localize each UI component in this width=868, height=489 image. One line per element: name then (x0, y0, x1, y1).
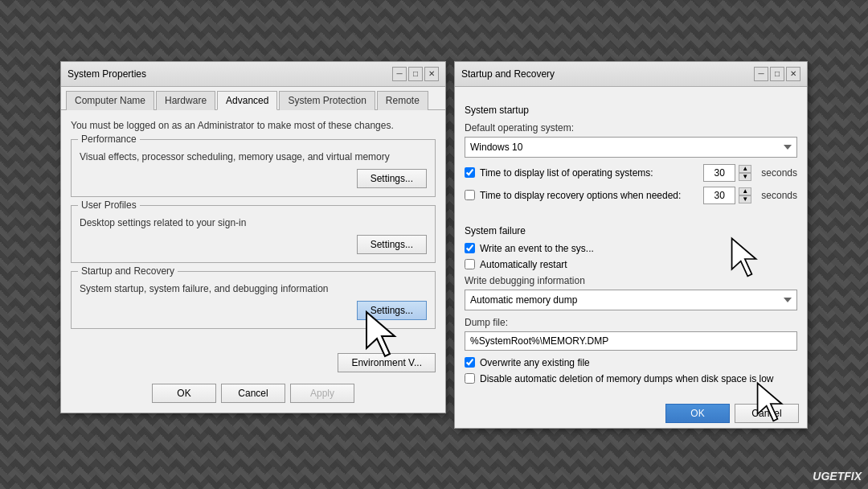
display-recovery-label: Time to display recovery options when ne… (465, 190, 697, 201)
startup-recovery-settings-row: Settings... (80, 301, 427, 320)
user-profiles-settings-button[interactable]: Settings... (357, 235, 427, 254)
minimize-button[interactable]: ─ (392, 67, 407, 81)
sr-ok-button[interactable]: OK (665, 404, 730, 423)
dump-file-label: Dump file: (465, 317, 797, 328)
startup-recovery-titlebar-controls: ─ □ ✕ (754, 67, 800, 81)
debugging-info-row: Automatic memory dump (465, 290, 797, 310)
overwrite-label: Overwrite any existing file (480, 357, 590, 368)
apply-button[interactable]: Apply (290, 384, 354, 403)
user-profiles-title: User Profiles (78, 199, 140, 211)
disable-auto-delete-label: Disable automatic deletion of memory dum… (480, 373, 774, 384)
display-list-label: Time to display list of operating system… (465, 167, 697, 179)
write-event-container: Write an event to the sys... (465, 243, 797, 254)
display-list-up[interactable]: ▲ (739, 165, 751, 173)
bottom-cursor-icon (751, 380, 799, 428)
env-vars-row: Environment V... (61, 347, 445, 376)
default-os-row: Windows 10 (465, 137, 797, 158)
tab-advanced[interactable]: Advanced (217, 91, 277, 110)
system-properties-title: System Properties (68, 68, 146, 80)
display-recovery-checkbox[interactable] (465, 190, 475, 200)
performance-group: Performance Visual effects, processor sc… (71, 139, 436, 197)
svg-marker-2 (758, 383, 782, 421)
user-profiles-desc: Desktop settings related to your sign-in (80, 217, 427, 228)
dump-file-input[interactable]: %SystemRoot%\MEMORY.DMP (465, 331, 797, 351)
display-recovery-row: Time to display recovery options when ne… (465, 187, 797, 204)
watermark: UGETFIX (813, 470, 862, 483)
display-list-spinner-btns: ▲ ▼ (739, 165, 751, 181)
write-event-label: Write an event to the sys... (480, 243, 594, 254)
titlebar-controls: ─ □ ✕ (392, 67, 439, 81)
display-recovery-spinner-btns: ▲ ▼ (739, 187, 751, 203)
svg-marker-1 (732, 238, 756, 276)
display-recovery-value[interactable] (703, 187, 735, 204)
display-list-checkbox[interactable] (465, 167, 475, 178)
disable-auto-delete-checkbox[interactable] (465, 373, 475, 384)
system-properties-content: You must be logged on as an Administrato… (61, 110, 445, 347)
overwrite-row: Overwrite any existing file (465, 357, 797, 368)
default-os-select[interactable]: Windows 10 (465, 137, 797, 158)
startup-recovery-dialog-title: Startup and Recovery (461, 68, 555, 80)
display-list-suffix: seconds (761, 167, 797, 179)
startup-recovery-titlebar: Startup and Recovery ─ □ ✕ (455, 62, 807, 87)
display-recovery-spinner: ▲ ▼ (703, 187, 751, 204)
startup-recovery-settings-button[interactable]: Settings... (357, 301, 427, 320)
startup-recovery-group: Startup and Recovery System startup, sys… (71, 271, 436, 329)
display-list-down[interactable]: ▼ (739, 173, 751, 181)
tab-hardware[interactable]: Hardware (156, 91, 215, 110)
maximize-button[interactable]: □ (408, 67, 423, 81)
startup-recovery-content: System startup Default operating system:… (455, 87, 807, 399)
disable-auto-delete-row: Disable automatic deletion of memory dum… (465, 373, 797, 384)
auto-restart-checkbox[interactable] (465, 259, 475, 269)
tab-remote[interactable]: Remote (377, 91, 428, 110)
sr-close-button[interactable]: ✕ (786, 67, 800, 81)
display-recovery-down[interactable]: ▼ (739, 195, 751, 203)
tab-system-protection[interactable]: System Protection (279, 91, 375, 110)
display-list-value[interactable] (703, 164, 735, 182)
startup-recovery-title: Startup and Recovery (78, 265, 178, 277)
system-startup-label: System startup (465, 105, 797, 116)
display-recovery-up[interactable]: ▲ (739, 187, 751, 195)
display-list-row: Time to display list of operating system… (465, 164, 797, 182)
display-list-spinner: ▲ ▼ (703, 164, 751, 182)
system-properties-bottom-buttons: OK Cancel Apply (61, 376, 445, 413)
write-event-cursor-icon (725, 235, 773, 283)
startup-recovery-bottom-area: OK Cancel (455, 399, 807, 428)
ok-button[interactable]: OK (152, 384, 216, 403)
performance-desc: Visual effects, processor scheduling, me… (80, 151, 427, 162)
user-profiles-settings-row: Settings... (80, 235, 427, 254)
performance-settings-row: Settings... (80, 169, 427, 188)
default-os-label: Default operating system: (465, 122, 797, 134)
user-profiles-group: User Profiles Desktop settings related t… (71, 205, 436, 263)
overwrite-checkbox[interactable] (465, 357, 475, 368)
auto-restart-label: Automatically restart (480, 259, 567, 270)
startup-recovery-desc: System startup, system failure, and debu… (80, 283, 427, 294)
debugging-info-select[interactable]: Automatic memory dump (465, 290, 797, 310)
system-properties-dialog: System Properties ─ □ ✕ Computer Name Ha… (60, 61, 446, 413)
close-button[interactable]: ✕ (424, 67, 439, 81)
tabs-container: Computer Name Hardware Advanced System P… (61, 87, 445, 110)
display-recovery-suffix: seconds (761, 190, 797, 201)
sr-maximize-button[interactable]: □ (770, 67, 784, 81)
env-vars-button[interactable]: Environment V... (338, 353, 436, 372)
tab-computer-name[interactable]: Computer Name (66, 91, 154, 110)
performance-settings-button[interactable]: Settings... (357, 169, 427, 188)
write-event-checkbox[interactable] (465, 243, 475, 253)
sr-minimize-button[interactable]: ─ (754, 67, 768, 81)
admin-note: You must be logged on as an Administrato… (71, 120, 436, 131)
startup-recovery-dialog: Startup and Recovery ─ □ ✕ System startu… (454, 61, 808, 429)
cancel-button[interactable]: Cancel (221, 384, 285, 403)
system-properties-titlebar: System Properties ─ □ ✕ (61, 62, 445, 87)
performance-title: Performance (78, 134, 140, 145)
